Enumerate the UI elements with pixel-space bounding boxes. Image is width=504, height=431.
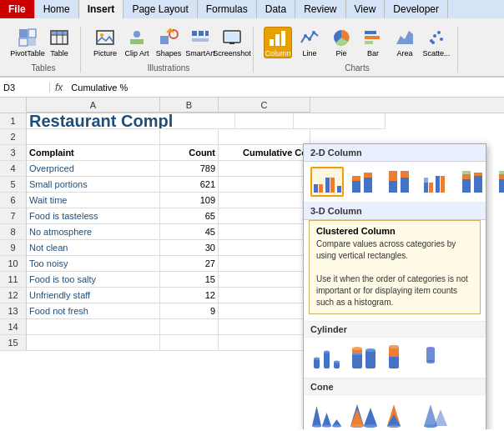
- 100pct-stacked-flat-thumb[interactable]: [494, 167, 504, 197]
- col-header-b[interactable]: B: [160, 98, 219, 113]
- cell-a7[interactable]: Food is tasteless: [27, 208, 160, 224]
- cell-b12[interactable]: 12: [160, 288, 219, 303]
- cell-a11[interactable]: Food is too salty: [27, 272, 160, 288]
- cone-thumb-4[interactable]: [421, 400, 454, 429]
- col-header-c[interactable]: C: [219, 98, 310, 113]
- area-chart-button[interactable]: Area: [391, 27, 419, 58]
- cylinder-thumb-4[interactable]: [421, 343, 454, 373]
- cell-c14[interactable]: [219, 319, 310, 335]
- clip-art-button[interactable]: Clip Art: [123, 27, 151, 58]
- screenshot-button[interactable]: Screenshot: [218, 27, 246, 58]
- cell-c8[interactable]: 1: [219, 224, 310, 240]
- tables-icons: PivotTable Table: [13, 27, 73, 58]
- cell-b11[interactable]: 15: [160, 272, 219, 288]
- cell-a5[interactable]: Small portions: [27, 177, 160, 193]
- cell-b14[interactable]: [160, 319, 219, 335]
- pie-chart-button[interactable]: Pie: [327, 27, 355, 58]
- cell-c2[interactable]: [219, 129, 310, 145]
- stacked-flat-thumb[interactable]: [457, 167, 491, 197]
- cell-a2[interactable]: [27, 129, 160, 145]
- cell-b1[interactable]: [235, 113, 294, 129]
- cylinder-thumb-3[interactable]: [384, 343, 417, 373]
- cell-b4[interactable]: 789: [160, 161, 219, 177]
- shapes-button[interactable]: Shapes: [154, 27, 183, 58]
- column-chart-button[interactable]: Column: [264, 27, 292, 58]
- tab-data[interactable]: Data: [257, 0, 295, 18]
- cell-c1[interactable]: [294, 113, 386, 129]
- cell-a8[interactable]: No atmosphere: [27, 224, 160, 240]
- cell-a6[interactable]: Wait time: [27, 193, 160, 208]
- cylinder-thumb-1[interactable]: [310, 343, 344, 373]
- cell-c10[interactable]: 1: [219, 256, 310, 272]
- pivot-table-icon: [18, 28, 38, 48]
- cell-b6[interactable]: 109: [160, 193, 219, 208]
- svg-rect-59: [474, 176, 482, 193]
- tab-insert[interactable]: Insert: [79, 0, 124, 18]
- cell-a14[interactable]: [27, 319, 160, 335]
- cell-b9[interactable]: 30: [160, 240, 219, 256]
- cell-c13[interactable]: [219, 303, 310, 319]
- tab-file[interactable]: File: [0, 0, 35, 18]
- cell-c3[interactable]: Cumulative Co: [219, 145, 310, 161]
- cell-reference-box[interactable]: D3: [0, 83, 50, 93]
- cell-c9[interactable]: 1: [219, 240, 310, 256]
- bar-chart-button[interactable]: Bar: [359, 27, 387, 58]
- cell-a13[interactable]: Food not fresh: [27, 303, 160, 319]
- cell-a3[interactable]: Complaint: [27, 145, 160, 161]
- cone-thumb-3[interactable]: [384, 400, 417, 429]
- cone-thumb-1[interactable]: [310, 400, 344, 429]
- row-num-6: 6: [0, 193, 27, 208]
- cell-b7[interactable]: 65: [160, 208, 219, 224]
- svg-point-94: [350, 424, 364, 428]
- row-num-9: 9: [0, 240, 27, 256]
- line-chart-icon: [300, 28, 320, 48]
- pivot-table-button[interactable]: PivotTable: [13, 27, 42, 58]
- cell-c15[interactable]: [219, 335, 310, 351]
- line-chart-button[interactable]: Line: [295, 27, 324, 58]
- tab-formulas[interactable]: Formulas: [198, 0, 257, 18]
- cell-c5[interactable]: 1: [219, 177, 310, 193]
- cell-b10[interactable]: 27: [160, 256, 219, 272]
- column-chart-icon: [268, 28, 288, 48]
- cell-c11[interactable]: 1: [219, 272, 310, 288]
- cell-a10[interactable]: Too noisy: [27, 256, 160, 272]
- cell-c6[interactable]: 1: [219, 193, 310, 208]
- cell-a9[interactable]: Not clean: [27, 240, 160, 256]
- svg-marker-85: [312, 406, 321, 426]
- cell-a12[interactable]: Unfriendly staff: [27, 288, 160, 303]
- cone-icon-3: [386, 402, 416, 428]
- cell-b13[interactable]: 9: [160, 303, 219, 319]
- cone-thumb-2[interactable]: [347, 400, 381, 429]
- svg-marker-95: [364, 408, 377, 426]
- cell-c7[interactable]: 1: [219, 208, 310, 224]
- 100pct-stacked-column-thumb[interactable]: [384, 167, 417, 197]
- tab-developer[interactable]: Developer: [385, 0, 448, 18]
- 3d-clustered-flat-thumb[interactable]: [421, 167, 454, 197]
- cell-b2[interactable]: [160, 129, 219, 145]
- clustered-column-thumb[interactable]: [310, 167, 344, 197]
- cell-b8[interactable]: 45: [160, 224, 219, 240]
- svg-point-81: [389, 345, 399, 348]
- smart-art-button[interactable]: SmartArt: [186, 27, 214, 58]
- formula-input[interactable]: [68, 83, 504, 93]
- illustrations-group-label: Illustrations: [148, 60, 190, 73]
- tab-review[interactable]: Review: [295, 0, 345, 18]
- cell-b15[interactable]: [160, 335, 219, 351]
- cylinder-thumb-2[interactable]: [347, 343, 381, 373]
- tab-view[interactable]: View: [346, 0, 386, 18]
- stacked-column-thumb[interactable]: [347, 167, 381, 197]
- svg-rect-72: [352, 353, 362, 368]
- scatter-chart-button[interactable]: Scatte...: [422, 27, 451, 58]
- cell-c12[interactable]: 1: [219, 288, 310, 303]
- cell-b3[interactable]: Count: [160, 145, 219, 161]
- cell-b5[interactable]: 621: [160, 177, 219, 193]
- tab-page-layout[interactable]: Page Layout: [123, 0, 197, 18]
- tab-home[interactable]: Home: [35, 0, 79, 18]
- col-header-a[interactable]: A: [27, 98, 160, 113]
- cell-a1[interactable]: Restaurant Compl: [27, 113, 235, 129]
- cell-a15[interactable]: [27, 335, 160, 351]
- cell-a4[interactable]: Overpriced: [27, 161, 160, 177]
- picture-button[interactable]: Picture: [91, 27, 119, 58]
- table-button[interactable]: Table: [45, 27, 73, 58]
- cell-c4[interactable]: [219, 161, 310, 177]
